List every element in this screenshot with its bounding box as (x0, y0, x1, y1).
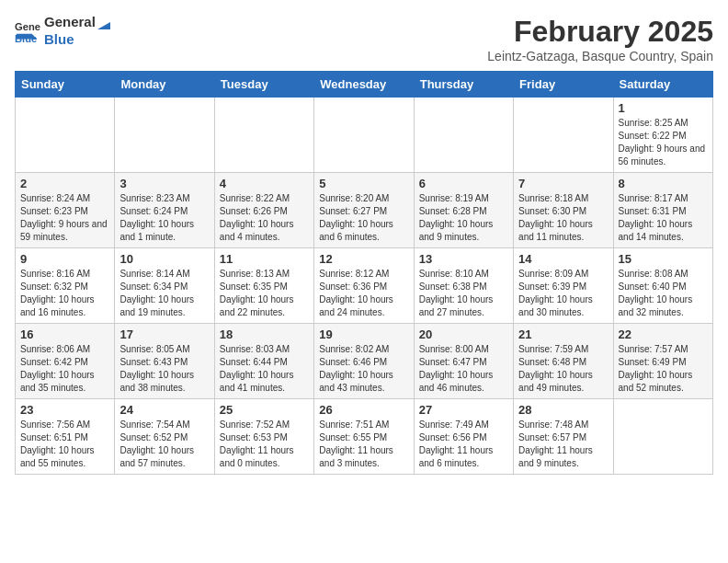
day-number: 6 (419, 177, 508, 190)
calendar-table: SundayMondayTuesdayWednesdayThursdayFrid… (15, 71, 713, 475)
day-info: Sunrise: 8:23 AMSunset: 6:24 PMDaylight:… (119, 192, 209, 244)
svg-text:Blue: Blue (15, 33, 37, 44)
day-cell: 7Sunrise: 8:18 AMSunset: 6:30 PMDaylight… (514, 173, 613, 248)
day-number: 9 (20, 252, 109, 266)
svg-marker-3 (97, 22, 110, 29)
day-info: Sunrise: 8:06 AMSunset: 6:42 PMDaylight:… (20, 343, 109, 395)
day-number: 25 (220, 403, 309, 417)
weekday-header-sunday: Sunday (16, 72, 115, 98)
weekday-header-monday: Monday (115, 72, 214, 98)
day-cell: 11Sunrise: 8:13 AMSunset: 6:35 PMDayligh… (214, 248, 313, 324)
day-cell: 17Sunrise: 8:05 AMSunset: 6:43 PMDayligh… (115, 324, 214, 399)
day-cell: 21Sunrise: 7:59 AMSunset: 6:48 PMDayligh… (514, 324, 613, 399)
day-cell (115, 98, 214, 173)
day-cell: 5Sunrise: 8:20 AMSunset: 6:27 PMDaylight… (314, 173, 414, 248)
day-info: Sunrise: 8:08 AMSunset: 6:40 PMDaylight:… (619, 268, 708, 319)
day-info: Sunrise: 8:20 AMSunset: 6:27 PMDaylight:… (319, 192, 408, 244)
day-number: 12 (319, 252, 408, 266)
day-info: Sunrise: 8:17 AMSunset: 6:31 PMDaylight:… (619, 192, 708, 244)
day-cell: 8Sunrise: 8:17 AMSunset: 6:31 PMDaylight… (613, 173, 712, 248)
day-number: 13 (419, 252, 508, 266)
day-cell (514, 98, 613, 173)
day-number: 5 (319, 177, 408, 190)
day-number: 7 (518, 177, 608, 190)
calendar-location: Leintz-Gatzaga, Basque Country, Spain (487, 49, 713, 63)
title-block: February 2025 Leintz-Gatzaga, Basque Cou… (487, 15, 713, 63)
day-number: 17 (119, 327, 209, 341)
day-info: Sunrise: 8:02 AMSunset: 6:46 PMDaylight:… (319, 343, 408, 395)
day-number: 14 (518, 252, 608, 266)
day-cell (414, 98, 513, 173)
day-cell: 27Sunrise: 7:49 AMSunset: 6:56 PMDayligh… (414, 399, 513, 475)
day-cell: 10Sunrise: 8:14 AMSunset: 6:34 PMDayligh… (115, 248, 214, 324)
day-number: 28 (518, 403, 608, 417)
day-cell: 20Sunrise: 8:00 AMSunset: 6:47 PMDayligh… (414, 324, 513, 399)
day-info: Sunrise: 8:05 AMSunset: 6:43 PMDaylight:… (119, 343, 209, 395)
day-number: 27 (419, 403, 508, 417)
day-cell: 25Sunrise: 7:52 AMSunset: 6:53 PMDayligh… (214, 399, 313, 475)
day-info: Sunrise: 7:54 AMSunset: 6:52 PMDaylight:… (119, 419, 209, 470)
day-number: 2 (20, 177, 109, 190)
day-cell: 9Sunrise: 8:16 AMSunset: 6:32 PMDaylight… (16, 248, 115, 324)
day-cell: 22Sunrise: 7:57 AMSunset: 6:49 PMDayligh… (613, 324, 712, 399)
day-info: Sunrise: 7:49 AMSunset: 6:56 PMDaylight:… (419, 419, 508, 470)
day-info: Sunrise: 8:09 AMSunset: 6:39 PMDaylight:… (518, 268, 608, 319)
day-cell: 16Sunrise: 8:06 AMSunset: 6:42 PMDayligh… (16, 324, 115, 399)
day-info: Sunrise: 8:18 AMSunset: 6:30 PMDaylight:… (518, 192, 608, 244)
day-info: Sunrise: 8:00 AMSunset: 6:47 PMDaylight:… (419, 343, 508, 395)
week-row-1: 1Sunrise: 8:25 AMSunset: 6:22 PMDaylight… (16, 98, 713, 173)
day-info: Sunrise: 8:03 AMSunset: 6:44 PMDaylight:… (220, 343, 309, 395)
day-number: 10 (119, 252, 209, 266)
day-info: Sunrise: 8:22 AMSunset: 6:26 PMDaylight:… (220, 192, 309, 244)
day-cell: 18Sunrise: 8:03 AMSunset: 6:44 PMDayligh… (214, 324, 313, 399)
day-cell: 3Sunrise: 8:23 AMSunset: 6:24 PMDaylight… (115, 173, 214, 248)
weekday-header-wednesday: Wednesday (314, 72, 414, 98)
week-row-2: 2Sunrise: 8:24 AMSunset: 6:23 PMDaylight… (16, 173, 713, 248)
day-cell: 15Sunrise: 8:08 AMSunset: 6:40 PMDayligh… (613, 248, 712, 324)
day-cell: 23Sunrise: 7:56 AMSunset: 6:51 PMDayligh… (16, 399, 115, 475)
day-info: Sunrise: 7:57 AMSunset: 6:49 PMDaylight:… (619, 343, 708, 395)
day-info: Sunrise: 7:51 AMSunset: 6:55 PMDaylight:… (319, 419, 408, 470)
day-info: Sunrise: 7:52 AMSunset: 6:53 PMDaylight:… (220, 419, 309, 470)
day-info: Sunrise: 7:48 AMSunset: 6:57 PMDaylight:… (518, 419, 608, 470)
day-number: 4 (220, 177, 309, 190)
logo-blue: Blue (44, 31, 74, 47)
day-info: Sunrise: 8:10 AMSunset: 6:38 PMDaylight:… (419, 268, 508, 319)
day-cell: 4Sunrise: 8:22 AMSunset: 6:26 PMDaylight… (214, 173, 313, 248)
day-cell: 1Sunrise: 8:25 AMSunset: 6:22 PMDaylight… (613, 98, 712, 173)
day-cell (613, 399, 712, 475)
day-info: Sunrise: 8:19 AMSunset: 6:28 PMDaylight:… (419, 192, 508, 244)
day-number: 3 (119, 177, 209, 190)
day-cell: 13Sunrise: 8:10 AMSunset: 6:38 PMDayligh… (414, 248, 513, 324)
day-cell: 26Sunrise: 7:51 AMSunset: 6:55 PMDayligh… (314, 399, 414, 475)
day-cell: 14Sunrise: 8:09 AMSunset: 6:39 PMDayligh… (514, 248, 613, 324)
day-cell: 2Sunrise: 8:24 AMSunset: 6:23 PMDaylight… (16, 173, 115, 248)
day-number: 8 (619, 177, 708, 190)
day-number: 15 (619, 252, 708, 266)
weekday-header-saturday: Saturday (613, 72, 712, 98)
weekday-header-friday: Friday (514, 72, 613, 98)
day-info: Sunrise: 8:14 AMSunset: 6:34 PMDaylight:… (119, 268, 209, 319)
logo: General Blue General Blue (15, 15, 112, 48)
day-cell: 6Sunrise: 8:19 AMSunset: 6:28 PMDaylight… (414, 173, 513, 248)
logo-general: General (44, 15, 96, 31)
day-cell: 19Sunrise: 8:02 AMSunset: 6:46 PMDayligh… (314, 324, 414, 399)
week-row-4: 16Sunrise: 8:06 AMSunset: 6:42 PMDayligh… (16, 324, 713, 399)
calendar-title: February 2025 (487, 15, 713, 49)
week-row-5: 23Sunrise: 7:56 AMSunset: 6:51 PMDayligh… (16, 399, 713, 475)
day-info: Sunrise: 7:56 AMSunset: 6:51 PMDaylight:… (20, 419, 109, 470)
day-info: Sunrise: 8:16 AMSunset: 6:32 PMDaylight:… (20, 268, 109, 319)
day-info: Sunrise: 8:25 AMSunset: 6:22 PMDaylight:… (619, 117, 708, 168)
day-info: Sunrise: 8:13 AMSunset: 6:35 PMDaylight:… (220, 268, 309, 319)
week-row-3: 9Sunrise: 8:16 AMSunset: 6:32 PMDaylight… (16, 248, 713, 324)
day-number: 16 (20, 327, 109, 341)
day-cell (214, 98, 313, 173)
day-number: 23 (20, 403, 109, 417)
day-number: 21 (518, 327, 608, 341)
day-number: 26 (319, 403, 408, 417)
day-number: 22 (619, 327, 708, 341)
day-cell: 28Sunrise: 7:48 AMSunset: 6:57 PMDayligh… (514, 399, 613, 475)
day-cell (16, 98, 115, 173)
day-number: 20 (419, 327, 508, 341)
day-cell: 12Sunrise: 8:12 AMSunset: 6:36 PMDayligh… (314, 248, 414, 324)
